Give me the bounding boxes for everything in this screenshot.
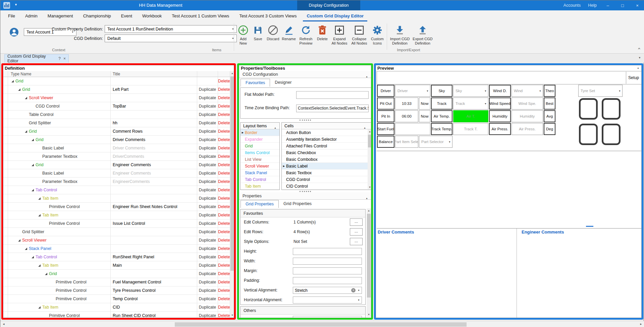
refresh-preview-button[interactable]: RefreshPreview <box>297 22 315 50</box>
scroll-up-icon[interactable]: ▲ <box>230 71 234 76</box>
collapse-section-icon[interactable]: ▲ <box>366 73 368 80</box>
duplicate-link[interactable]: Duplicate <box>197 211 218 219</box>
scroll-up-icon[interactable]: ▲ <box>367 208 371 213</box>
delete-link[interactable]: Delete <box>218 161 230 169</box>
tree-row-grid[interactable]: GridDuplicateDelete <box>3 270 230 278</box>
scrollbar-thumb[interactable] <box>175 322 467 327</box>
delete-link[interactable]: Delete <box>218 77 230 85</box>
tree-row-tab-item[interactable]: Tab ItemDuplicateDelete <box>3 194 230 203</box>
duplicate-link[interactable]: Duplicate <box>197 219 218 228</box>
tab-custom-grid-display-editor[interactable]: Custom Grid Display Editor ? × <box>4 54 69 63</box>
scrollbar-thumb[interactable] <box>368 135 371 147</box>
tree-row-primitive-control[interactable]: Primitive ControlFuel Management Control… <box>3 278 230 286</box>
list-item-items-control[interactable]: Items Control <box>240 149 279 156</box>
ellipsis-button[interactable]: ... <box>350 228 363 236</box>
duplicate-link[interactable]: Duplicate <box>197 194 218 203</box>
accounts-link[interactable]: Accounts <box>564 3 581 8</box>
duplicate-link[interactable]: Duplicate <box>197 303 218 312</box>
duplicate-link[interactable]: Duplicate <box>197 136 218 144</box>
preview-combo-sky[interactable]: Sky▼ <box>453 85 488 97</box>
tyre-box[interactable] <box>579 98 598 120</box>
duplicate-link[interactable]: Duplicate <box>197 261 218 270</box>
expander-icon[interactable] <box>25 130 27 133</box>
duplicate-link[interactable]: Duplicate <box>197 245 218 253</box>
preview-value-now[interactable]: Now <box>419 97 430 110</box>
close-button[interactable]: × <box>634 3 641 8</box>
delete-link[interactable]: Delete <box>218 186 230 194</box>
menu-item-championship[interactable]: Championship <box>78 10 116 22</box>
tree-row-grid[interactable]: GridLeft PartDuplicateDelete <box>3 85 230 94</box>
preview-combo-driver[interactable]: Driver▼ <box>395 85 430 97</box>
tab-designer[interactable]: Designer <box>270 79 296 87</box>
import-cgd-definition-button[interactable]: Import CGDDefinition <box>388 22 411 50</box>
cells-header[interactable]: Cells ▲ <box>282 123 371 129</box>
list-item-attached-files-control[interactable]: Attached Files Control <box>282 143 368 149</box>
tree-row-primitive-control[interactable]: Primitive ControlTyre Pressures ControlD… <box>3 286 230 295</box>
tree-row-tab-item[interactable]: Tab ItemDuplicateDelete <box>3 211 230 219</box>
tab-close-icon[interactable]: × <box>63 56 66 61</box>
duplicate-link[interactable]: Duplicate <box>197 270 218 278</box>
delete-link[interactable]: Delete <box>218 136 230 144</box>
save-button[interactable]: Save <box>251 22 265 50</box>
tyre-box[interactable] <box>579 124 598 145</box>
tree-row-parameter-textbox[interactable]: Parameter TextboxEngineerCommentsDuplica… <box>3 178 230 186</box>
clear-icon[interactable]: × <box>351 288 356 292</box>
delete-link[interactable]: Delete <box>218 127 230 136</box>
collapse-all-nodes-button[interactable]: CollapseAll Nodes <box>349 22 369 50</box>
duplicate-link[interactable]: Duplicate <box>197 286 218 295</box>
ellipsis-button[interactable]: ... <box>350 238 363 245</box>
list-item-assembly-iteration-selector[interactable]: Assembly Iteration Selector <box>282 136 368 143</box>
tree-row-parameter-textbox[interactable]: Parameter TextboxDriverCommentsDuplicate… <box>3 152 230 161</box>
tree-row-cgd-control[interactable]: CGD ControlTopBarDuplicateDelete <box>3 102 230 111</box>
delete-link[interactable]: Delete <box>218 94 230 102</box>
preview-combo-wind[interactable]: Wind▼ <box>512 85 543 97</box>
tree-row-basic-label[interactable]: Basic LabelDriver CommentsDuplicateDelet… <box>3 144 230 152</box>
expander-icon[interactable] <box>45 273 47 275</box>
list-item-scroll-viewer[interactable]: Scroll Viewer <box>240 163 279 170</box>
delete-link[interactable]: Delete <box>218 211 230 219</box>
duplicate-link[interactable]: Duplicate <box>197 169 218 178</box>
properties-vertical-scrollbar[interactable]: ▲ ▼ <box>367 208 371 317</box>
cgd-configuration-section-header[interactable]: CGD Configuration ▲ <box>239 71 371 78</box>
menu-item-test-account-1-custom-views[interactable]: Test Account 1 Custom Views <box>167 10 234 22</box>
titlebar-tab-display-configuration[interactable]: Display Configuration <box>297 0 360 10</box>
delete-link[interactable]: Delete <box>218 270 230 278</box>
duplicate-link[interactable]: Duplicate <box>197 203 218 211</box>
tree-row-primitive-control[interactable]: Primitive ControlEngineer Run Sheet Note… <box>3 203 230 211</box>
menu-item-file[interactable]: File <box>3 10 20 22</box>
flat-model-path-input[interactable] <box>296 91 369 99</box>
favourites-group-header[interactable]: Favourites <box>240 209 365 217</box>
tree-row-basic-label[interactable]: Basic LabelEngineer CommentsDuplicateDel… <box>3 169 230 178</box>
tree-row-primitive-control[interactable]: Primitive ControlRun Sheet CID ControlDu… <box>3 312 230 318</box>
menu-item-management[interactable]: Management <box>43 10 78 22</box>
scrollbar-thumb[interactable] <box>367 214 371 298</box>
list-item-tab-item[interactable]: Tab Item <box>240 183 279 190</box>
delete-link[interactable]: Delete <box>218 295 230 303</box>
tab-grid-properties-2[interactable]: Grid Properties <box>279 200 316 208</box>
scroll-right-icon[interactable]: ► <box>638 321 644 327</box>
tab-favourites[interactable]: Favourites <box>240 79 270 87</box>
delete-link[interactable]: Delete <box>218 85 230 94</box>
duplicate-link[interactable]: Duplicate <box>197 253 218 261</box>
maximize-button[interactable]: □ <box>619 3 626 8</box>
discard-button[interactable]: Discard <box>265 22 281 50</box>
expander-icon[interactable] <box>32 139 34 141</box>
preview-gray-humidity[interactable]: Humidity <box>512 110 543 122</box>
tab-grid-properties-1[interactable]: Grid Properties <box>240 200 279 208</box>
duplicate-link[interactable]: Duplicate <box>197 94 218 102</box>
duplicate-link[interactable]: Duplicate <box>197 178 218 186</box>
delete-link[interactable]: Delete <box>218 144 230 152</box>
delete-link[interactable]: Delete <box>218 169 230 178</box>
scroll-up-icon[interactable]: ▲ <box>368 129 371 134</box>
layout-items-header[interactable]: Layout Items ▲ <box>240 123 279 129</box>
scrollbar-thumb[interactable] <box>230 76 234 271</box>
tree-row-tab-control[interactable]: Tab ControlRunSheet Right PanelDuplicate… <box>3 253 230 261</box>
definition-vertical-scrollbar[interactable]: ▲ ▼ <box>230 71 234 318</box>
tree-row-grid[interactable]: GridDriver CommentsDuplicateDelete <box>3 136 230 144</box>
tree-row-grid[interactable]: GridComment RowsDuplicateDelete <box>3 127 230 136</box>
minimize-button[interactable]: – <box>604 3 611 8</box>
scroll-down-icon[interactable]: ▼ <box>230 313 234 318</box>
time-zone-binding-path-input[interactable]: ContextSelection.SelectedEvent.Track.Str… <box>296 105 369 112</box>
custom-icons-button[interactable]: CustomIcons <box>369 22 385 50</box>
menu-item-custom-grid-display-editor[interactable]: Custom Grid Display Editor <box>302 10 369 22</box>
